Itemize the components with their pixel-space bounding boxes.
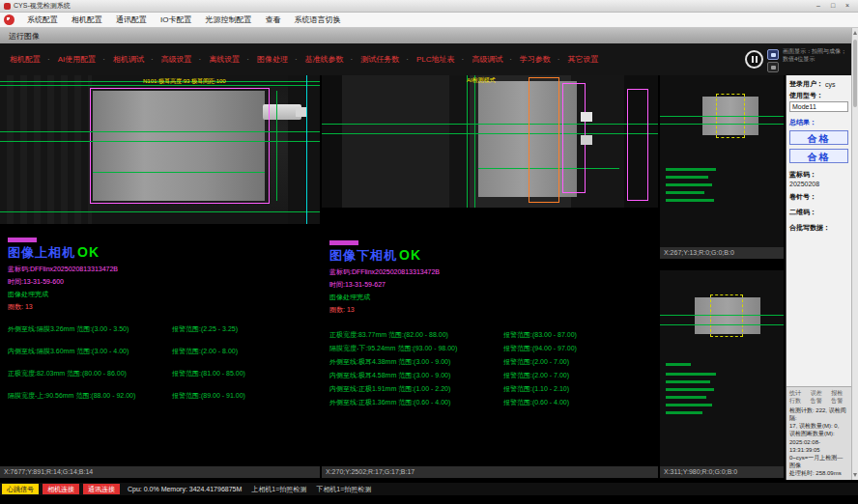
menu-item-light-config[interactable]: 光源控制配置 xyxy=(198,14,258,25)
overlay-label-upper: N101:极耳高度:93 极耳间距:100 xyxy=(143,77,226,86)
menu-item-system-config[interactable]: 系统配置 xyxy=(20,14,65,25)
menu-item-camera-config[interactable]: 相机配置 xyxy=(65,14,109,25)
close-button[interactable]: × xyxy=(841,1,854,11)
toolbar-buttons: 相机配置 AI使用配置 相机调试 高级设置 离线设置 图像处理 基准线参数 测试… xyxy=(6,43,779,75)
toolbar-offline-settings[interactable]: 离线设置 xyxy=(205,54,253,65)
count-line-lower: 圈数: 13 xyxy=(329,305,650,315)
toolbar-advanced-debug[interactable]: 高级调试 xyxy=(468,54,516,65)
result-tag-bar xyxy=(329,240,358,245)
result-panel-upper: 图像上相机OK 蓝标码:DFFlinx2025020813313472B 时间:… xyxy=(0,224,320,466)
toolbar-image-processing[interactable]: 图像处理 xyxy=(253,54,301,65)
camera-connection-indicator: 相机连接 xyxy=(43,484,79,494)
stats-line: 处理耗时: 258.09ms xyxy=(789,469,848,477)
measurement-row: 外侧至线:隔膜3.26mm 范围:(3.00 - 3.50) 报警范围:(2.2… xyxy=(8,324,312,334)
scrollbar-thumb[interactable] xyxy=(853,40,857,107)
minimize-button[interactable]: – xyxy=(812,1,825,11)
stats-line: 误检图断数量(M): xyxy=(789,430,848,437)
lower-camera-status: 下相机1=拍照检测 xyxy=(316,485,371,494)
stats-tab-rows[interactable]: 统计行数 xyxy=(789,389,807,405)
lock-button[interactable] xyxy=(767,49,779,60)
model-label: 使用型号： xyxy=(789,91,848,100)
count-line-upper: 圈数: 13 xyxy=(8,302,312,312)
login-user-value: cys xyxy=(825,81,836,88)
camera-image-lower[interactable]: AI检测模式 xyxy=(322,75,658,208)
heartbeat-indicator: 心跳信号 xyxy=(2,484,39,494)
measurement-row: 正极宽度:82.03mm 范围:(80.00 - 86.00) 报警范围:(81… xyxy=(8,369,312,378)
pixel-coords-thumb-1: X:267;Y:13;R:0;G:0;B:0 xyxy=(660,247,784,259)
measurement-row: 内侧至线:正极1.91mm 范围:(1.00 - 2.20) 报警范围:(1.1… xyxy=(329,384,650,394)
cpu-memory-text: Cpu: 0.0% Memory: 3424.41796875M xyxy=(128,486,242,492)
result-ok-lower: OK xyxy=(399,247,421,263)
statistics-block: 统计行数 误差告警 报检告警 检测计数: 222, 误检间隔: 17, 误检数量… xyxy=(786,386,851,480)
barcode-line-lower: 蓝标码:DFFlinx2025020813313472B xyxy=(329,267,650,277)
toolbar-ai-config[interactable]: AI使用配置 xyxy=(54,54,109,65)
snapshot-button[interactable] xyxy=(767,62,779,72)
maximize-button[interactable]: □ xyxy=(826,1,840,11)
upper-camera-status: 上相机1=拍照检测 xyxy=(251,485,306,494)
toolbar-other-settings[interactable]: 其它设置 xyxy=(564,54,603,65)
measurement-row: 正极宽度:83.77mm 范围:(82.00 - 88.00) 报警范围:(83… xyxy=(329,330,650,340)
stats-tab-alarm[interactable]: 报检告警 xyxy=(831,389,848,405)
thumbnail-view-1[interactable] xyxy=(660,75,784,247)
side-panel: 登录用户： cys 使用型号： Mode11 总结果： 合格 合格 蓝标码： 2… xyxy=(786,75,851,480)
thumbnail-view-2[interactable] xyxy=(660,270,784,466)
tab-run-image[interactable]: 运行图像 xyxy=(0,28,858,43)
barcode-line-upper: 蓝标码:DFFlinx2025020813313472B xyxy=(8,265,312,274)
measurement-list-upper: 外侧至线:隔膜3.26mm 范围:(3.00 - 3.50) 报警范围:(2.2… xyxy=(8,324,312,401)
stats-tab-error[interactable]: 误差告警 xyxy=(811,389,828,405)
camera-view-lower: AI检测模式 图像下相机OK 蓝标码:DFFlinx20250208133134… xyxy=(322,75,658,478)
toolbar-test-tasks[interactable]: 测试任务数 xyxy=(357,54,413,65)
roi-rect-magenta xyxy=(627,89,648,201)
menu-item-io-config[interactable]: IO卡配置 xyxy=(154,14,198,25)
result-panel-lower: 图像下相机OK 蓝标码:DFFlinx2025020813313472B 时间:… xyxy=(322,208,658,466)
camera-image-upper[interactable]: N101:极耳高度:93 极耳间距:100 xyxy=(0,75,320,224)
pixel-coords-upper: X:7677;Y:891;R:14;G:14;B:14 xyxy=(0,466,320,478)
vertical-scrollbar[interactable] xyxy=(851,28,858,480)
login-user-label: 登录用户： xyxy=(789,79,823,89)
stats-line: 0~cys=一月上检测—图像 xyxy=(789,454,848,469)
measurement-row: 外侧至线:极耳4.38mm 范围:(3.00 - 9.00) 报警范围:(2.0… xyxy=(329,357,650,367)
result-badge-upper: 合格 xyxy=(789,130,848,145)
batch-write-label: 合批写数据： xyxy=(789,223,848,233)
overlay-label-lower: AI检测模式 xyxy=(467,76,496,85)
status-line-upper: 图像处理完成 xyxy=(8,290,312,299)
time-line-upper: 时间:13-31-59-600 xyxy=(8,277,312,287)
measurement-row: 内侧至线:极耳4.58mm 范围:(3.00 - 9.00) 报警范围:(2.0… xyxy=(329,371,650,380)
scroll-down-icon[interactable] xyxy=(853,473,857,477)
toolbar-camera-debug[interactable]: 相机调试 xyxy=(109,54,157,65)
menu-item-language-switch[interactable]: 系统语言切换 xyxy=(287,14,347,25)
zoom-hint-text: 画面显示：拍照与成像；数值4位显示 xyxy=(783,48,846,64)
pause-button[interactable] xyxy=(745,50,763,69)
result-title-upper: 图像上相机 xyxy=(8,245,75,260)
measure-line-cyan xyxy=(306,75,307,224)
comm-connection-indicator: 通讯连接 xyxy=(83,484,120,494)
time-line-lower: 时间:13-31-59-627 xyxy=(329,280,650,290)
toolbar-learning-params[interactable]: 学习参数 xyxy=(516,54,564,65)
stats-line: 检测计数: 222, 误检间隔: xyxy=(789,406,848,422)
window-title: CYS-视觉检测系统 xyxy=(14,1,71,11)
toolbar-advanced-settings[interactable]: 高级设置 xyxy=(157,54,206,65)
result-tag-bar xyxy=(8,238,37,242)
result-ok-upper: OK xyxy=(77,244,100,260)
menu-item-view[interactable]: 查看 xyxy=(258,14,287,25)
mini-buttons xyxy=(767,49,779,72)
stats-line: 2025:02:08-13:31:39:05 xyxy=(789,438,848,454)
measurement-list-lower: 正极宽度:83.77mm 范围:(82.00 - 88.00) 报警范围:(83… xyxy=(329,330,650,407)
scroll-up-icon[interactable] xyxy=(853,31,857,35)
roi-rect-magenta xyxy=(562,83,586,193)
menu-item-comm-config[interactable]: 通讯配置 xyxy=(109,14,154,25)
toolbar-baseline-params[interactable]: 基准线参数 xyxy=(301,54,358,65)
toolbar-camera-config[interactable]: 相机配置 xyxy=(6,54,54,65)
qrcode-label: 二维码： xyxy=(789,208,848,217)
roi-rect-orange xyxy=(529,77,559,203)
menubar: 系统配置 相机配置 通讯配置 IO卡配置 光源控制配置 查看 系统语言切换 xyxy=(0,13,858,28)
measurement-row: 外侧至线:正极1.36mm 范围:(0.60 - 4.00) 报警范围:(0.6… xyxy=(329,398,650,407)
model-select[interactable]: Mode11 xyxy=(789,101,848,112)
measurement-row: 隔膜宽度-下:95.24mm 范围:(93.00 - 98.00) 报警范围:(… xyxy=(329,344,650,353)
tab-run-image-label: 运行图像 xyxy=(9,31,40,42)
toolbar-plc-address[interactable]: PLC地址表 xyxy=(413,54,468,65)
statusbar: 心跳信号 相机连接 通讯连接 Cpu: 0.0% Memory: 3424.41… xyxy=(0,483,858,495)
toolbar: 相机配置 AI使用配置 相机调试 高级设置 离线设置 图像处理 基准线参数 测试… xyxy=(0,43,858,75)
app-window: CYS-视觉检测系统 – □ × 系统配置 相机配置 通讯配置 IO卡配置 光源… xyxy=(0,0,858,504)
thumbnail-column: X:267;Y:13;R:0;G:0;B:0 X:311;Y:980;R:0;G… xyxy=(660,75,784,478)
